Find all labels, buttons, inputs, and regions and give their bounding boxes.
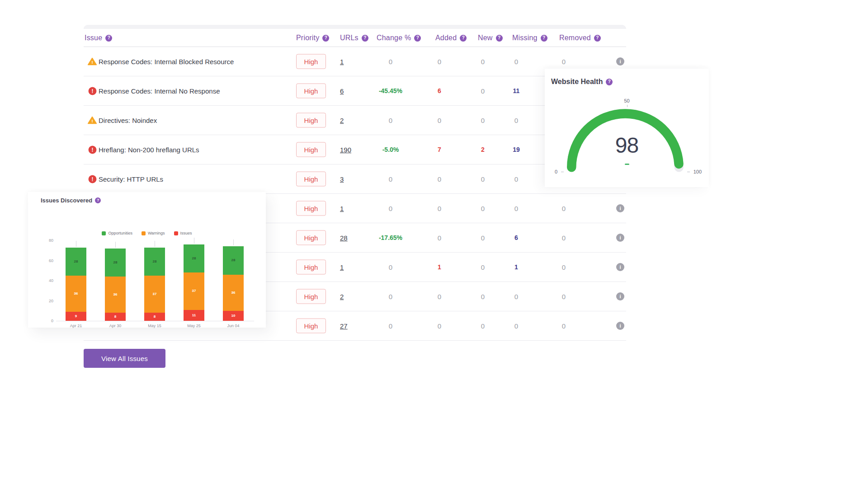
priority-badge: High: [296, 319, 326, 333]
gauge-max-tick: [687, 172, 690, 172]
issues-discovered-title: Issues Discovered ?: [41, 197, 101, 204]
bar-whisker: [115, 242, 116, 248]
urls-link[interactable]: 1: [340, 263, 344, 271]
added-value: 7: [417, 135, 462, 164]
segment-value: 37: [192, 289, 196, 293]
priority-badge: High: [296, 260, 326, 275]
stacked-bar[interactable]: 93628Apr 21: [66, 248, 86, 321]
bar-segment-issues: 10: [223, 311, 244, 321]
segment-value: 8: [154, 315, 156, 319]
removed-value: 0: [541, 223, 586, 252]
bar-whisker: [76, 241, 76, 247]
y-tick-label: 0: [51, 319, 53, 323]
issue-name: Response Codes: Internal Blocked Resourc…: [99, 47, 234, 76]
urls-link[interactable]: 1: [340, 205, 344, 212]
legend-swatch: [142, 231, 146, 235]
missing-value: 0: [494, 47, 539, 76]
added-value: 0: [417, 282, 462, 311]
segment-value: 28: [153, 260, 157, 263]
missing-value: 0: [494, 311, 539, 340]
view-all-issues-button[interactable]: View All Issues: [84, 349, 165, 368]
change-value: 0: [363, 253, 418, 282]
urls-link[interactable]: 190: [340, 146, 351, 154]
info-icon[interactable]: i: [616, 234, 624, 242]
missing-value: 6: [494, 223, 539, 252]
urls-link[interactable]: 3: [340, 175, 344, 183]
priority-badge: High: [296, 289, 326, 304]
priority-badge: High: [296, 84, 326, 99]
urls-link[interactable]: 2: [340, 117, 344, 124]
segment-value: 36: [231, 291, 236, 295]
added-value: 0: [417, 311, 462, 340]
help-icon[interactable]: ?: [95, 197, 101, 203]
missing-value: 0: [494, 194, 539, 223]
help-icon[interactable]: ?: [606, 79, 613, 85]
legend-swatch: [102, 231, 106, 235]
legend-label: Issues: [180, 231, 192, 235]
segment-value: 28: [192, 257, 196, 260]
change-value: -45.45%: [363, 76, 418, 105]
urls-link[interactable]: 6: [340, 87, 344, 95]
segment-value: 9: [75, 314, 77, 318]
svg-text:!: !: [91, 176, 93, 182]
stacked-bar[interactable]: 113728May 25: [184, 244, 204, 321]
error-icon: !: [86, 135, 98, 164]
missing-value: 19: [494, 135, 539, 164]
added-value: 0: [417, 194, 462, 223]
info-icon[interactable]: i: [616, 322, 624, 330]
change-value: 0: [363, 311, 418, 340]
warning-icon: !: [86, 106, 98, 135]
change-value: -5.0%: [363, 135, 418, 164]
stacked-bar[interactable]: 83728May 15: [144, 248, 165, 321]
removed-value: 0: [541, 311, 586, 340]
missing-value: 1: [494, 253, 539, 282]
error-icon: !: [86, 76, 98, 105]
website-health-title: Website Health ?: [551, 78, 613, 86]
warning-icon: !: [86, 47, 98, 76]
added-value: 0: [417, 223, 462, 252]
urls-link[interactable]: 1: [340, 58, 344, 66]
x-tick-label: May 15: [148, 324, 161, 328]
added-value: 0: [417, 47, 462, 76]
legend-item[interactable]: Warnings: [142, 231, 165, 235]
issue-name: Directives: Noindex: [99, 106, 157, 135]
stacked-bar[interactable]: 83628Apr 30: [105, 249, 126, 321]
change-value: 0: [363, 282, 418, 311]
bar-segment-opportunities: 28: [184, 244, 204, 272]
legend-swatch: [174, 231, 178, 235]
info-icon[interactable]: i: [616, 292, 624, 300]
issue-name: Security: HTTP URLs: [99, 164, 163, 193]
svg-text:!: !: [91, 60, 93, 65]
urls-link[interactable]: 27: [340, 322, 348, 330]
chart-y-axis: 020406080: [42, 240, 53, 321]
change-value: 0: [363, 164, 418, 193]
issue-name: Response Codes: Internal No Response: [99, 76, 220, 105]
priority-badge: High: [296, 113, 326, 128]
chart-bars: 93628Apr 2183628Apr 3083728May 15113728M…: [66, 240, 244, 321]
bar-whisker: [155, 241, 155, 247]
info-icon[interactable]: i: [616, 204, 624, 212]
bar-segment-warnings: 36: [223, 275, 244, 311]
segment-value: 8: [114, 315, 116, 319]
health-score-value: 98: [545, 133, 709, 158]
legend-item[interactable]: Issues: [174, 231, 192, 235]
info-icon[interactable]: i: [616, 263, 624, 271]
legend-item[interactable]: Opportunities: [102, 231, 132, 235]
y-tick-label: 80: [49, 238, 53, 243]
priority-badge: High: [296, 54, 326, 69]
urls-link[interactable]: 28: [340, 234, 348, 242]
bar-segment-warnings: 36: [66, 276, 86, 312]
gauge-max-label: 100: [693, 169, 702, 174]
stacked-bar[interactable]: 103628Jun 04: [223, 246, 244, 321]
segment-value: 28: [113, 261, 118, 264]
gauge-min-label: 0: [555, 169, 557, 174]
info-icon[interactable]: i: [616, 57, 624, 66]
urls-link[interactable]: 2: [340, 293, 344, 300]
removed-value: 0: [541, 194, 586, 223]
priority-badge: High: [296, 172, 326, 187]
svg-text:!: !: [91, 118, 93, 123]
bar-whisker: [194, 238, 194, 244]
legend-label: Opportunities: [108, 231, 132, 235]
priority-badge: High: [296, 142, 326, 157]
segment-value: 28: [74, 260, 78, 263]
